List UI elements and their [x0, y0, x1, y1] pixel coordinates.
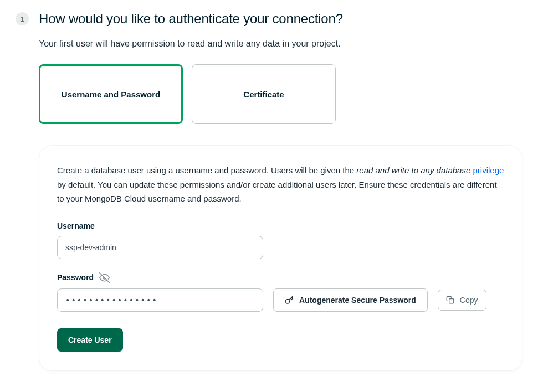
key-icon [285, 296, 294, 305]
intro-text-segment: by default. You can update these permiss… [57, 180, 497, 204]
intro-text-segment: Create a database user using a username … [57, 166, 356, 175]
intro-italic-segment: read and write to any database [356, 166, 470, 175]
option-label: Username and Password [62, 90, 160, 99]
option-label: Certificate [243, 90, 284, 99]
option-username-password[interactable]: Username and Password [39, 64, 183, 124]
create-user-button[interactable]: Create User [57, 328, 123, 352]
privilege-link[interactable]: privilege [473, 166, 504, 175]
step-number-badge: 1 [16, 12, 29, 25]
autogenerate-password-button[interactable]: Autogenerate Secure Password [273, 288, 428, 312]
autogenerate-label: Autogenerate Secure Password [299, 296, 416, 305]
option-certificate[interactable]: Certificate [192, 64, 336, 124]
page-title: How would you like to authenticate your … [39, 11, 343, 27]
svg-rect-1 [449, 299, 453, 303]
create-user-label: Create User [68, 336, 112, 344]
copy-icon [446, 296, 454, 304]
password-field-block: Password Autogenerate Secur [57, 272, 504, 312]
copy-label: Copy [460, 296, 478, 305]
password-label: Password [57, 273, 94, 282]
create-user-panel: Create a database user using a username … [39, 145, 522, 371]
password-input[interactable] [57, 288, 263, 312]
username-field-block: Username [57, 221, 504, 259]
username-input[interactable] [57, 236, 263, 259]
copy-password-button[interactable]: Copy [438, 290, 486, 311]
eye-slash-icon[interactable] [99, 272, 110, 283]
auth-option-cards: Username and Password Certificate [39, 64, 522, 124]
username-label: Username [57, 221, 504, 230]
subtitle-text: Your first user will have permission to … [39, 39, 522, 49]
form-intro-text: Create a database user using a username … [57, 163, 504, 206]
